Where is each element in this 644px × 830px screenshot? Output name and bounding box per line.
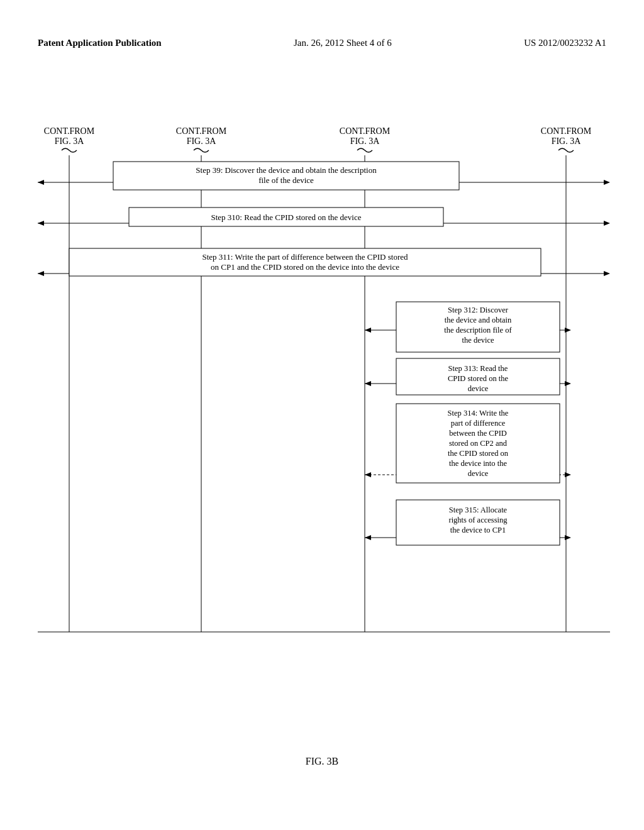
- step39-text-1: Step 39: Discover the device and obtain …: [196, 165, 377, 175]
- step313-arrow-left: [365, 381, 371, 386]
- step314-text-7: device: [468, 469, 489, 478]
- step315-arrow-left: [365, 535, 371, 540]
- step310-arrow-left: [38, 221, 44, 226]
- step312-text-2: the device and obtain: [445, 316, 512, 324]
- step313-text-3: device: [468, 384, 489, 393]
- date-sheet-label: Jan. 26, 2012 Sheet 4 of 6: [294, 38, 392, 48]
- step314-arrow-right: [565, 472, 571, 477]
- step39-arrow-left: [38, 180, 44, 185]
- step313-text-1: Step 313: Read the: [448, 364, 508, 373]
- fig-caption: FIG. 3B: [306, 756, 338, 767]
- step314-text-5: the CPID stored on: [448, 449, 509, 458]
- step315-text-3: the device to CP1: [450, 526, 506, 534]
- step39-text-2: file of the device: [258, 175, 314, 185]
- wavy-1: [62, 148, 77, 152]
- cont-from-3-line1: CONT.FROM: [340, 126, 391, 136]
- sequence-diagram: CONT.FROM FIG. 3A CONT.FROM FIG. 3A CONT…: [31, 123, 613, 663]
- step39-arrow-right: [604, 180, 610, 185]
- step312-text-4: the device: [462, 336, 494, 345]
- step315-arrow-right: [565, 535, 571, 540]
- step310-arrow-right: [604, 221, 610, 226]
- step312-text-1: Step 312: Discover: [448, 306, 509, 314]
- page: Patent Application Publication Jan. 26, …: [0, 0, 644, 830]
- step312-arrow-left: [365, 328, 371, 333]
- step311-text-1: Step 311: Write the part of difference b…: [202, 252, 408, 262]
- cont-from-2-line2: FIG. 3A: [187, 136, 217, 146]
- step313-arrow-right: [565, 381, 571, 386]
- wavy-3: [357, 148, 372, 152]
- step314-text-2: part of difference: [451, 419, 506, 428]
- step314-text-3: between the CPID: [449, 429, 507, 438]
- step314-arrow-left: [365, 472, 371, 477]
- step313-text-2: CPID stored on the: [448, 374, 509, 383]
- cont-from-1-line1: CONT.FROM: [44, 126, 95, 136]
- patent-number-label: US 2012/0023232 A1: [524, 38, 606, 48]
- step315-text-1: Step 315: Allocate: [449, 506, 508, 514]
- step312-arrow-right: [565, 328, 571, 333]
- step314-text-4: stored on CP2 and: [449, 439, 508, 448]
- wavy-4: [558, 148, 574, 152]
- step311-arrow-left: [38, 271, 44, 276]
- step312-text-3: the description file of: [444, 326, 512, 335]
- step315-text-2: rights of accessing: [448, 516, 508, 524]
- cont-from-4-line1: CONT.FROM: [541, 126, 592, 136]
- step314-text-6: the device into the: [449, 459, 507, 468]
- step311-text-2: on CP1 and the CPID stored on the device…: [211, 262, 399, 272]
- step310-text: Step 310: Read the CPID stored on the de…: [211, 213, 361, 222]
- cont-from-4-line2: FIG. 3A: [552, 136, 582, 146]
- wavy-2: [194, 148, 209, 152]
- cont-from-3-line2: FIG. 3A: [350, 136, 380, 146]
- publication-label: Patent Application Publication: [38, 38, 162, 48]
- step311-arrow-right: [604, 271, 610, 276]
- fig-caption-text: FIG. 3B: [306, 756, 338, 766]
- cont-from-1-line2: FIG. 3A: [55, 136, 85, 146]
- header: Patent Application Publication Jan. 26, …: [38, 38, 606, 48]
- step314-text-1: Step 314: Write the: [448, 409, 509, 418]
- cont-from-2-line1: CONT.FROM: [176, 126, 227, 136]
